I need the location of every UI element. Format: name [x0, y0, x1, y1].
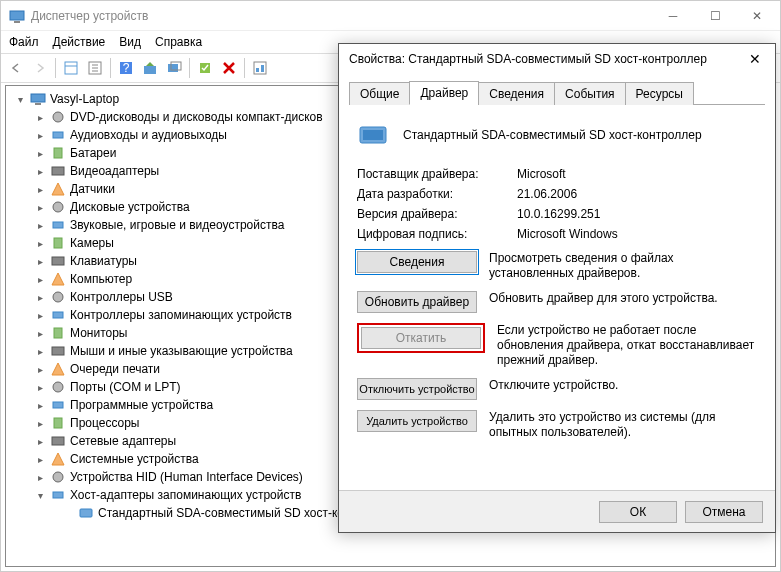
help-icon[interactable]: ? — [115, 57, 137, 79]
minimize-button[interactable]: ─ — [658, 9, 688, 23]
cancel-button[interactable]: Отмена — [685, 501, 763, 523]
expand-icon[interactable]: ▸ — [34, 202, 46, 213]
menu-help[interactable]: Справка — [155, 35, 202, 49]
tab-general[interactable]: Общие — [349, 82, 410, 105]
svg-rect-26 — [53, 222, 63, 228]
expand-icon[interactable]: ▸ — [34, 310, 46, 321]
category-icon — [50, 127, 66, 143]
expand-icon[interactable]: ▸ — [34, 328, 46, 339]
svg-rect-33 — [52, 347, 64, 355]
expand-icon[interactable]: ▸ — [34, 166, 46, 177]
expand-icon[interactable]: ▸ — [34, 274, 46, 285]
svg-rect-15 — [254, 62, 266, 74]
svg-rect-27 — [54, 238, 62, 248]
disable-device-desc: Отключите устройство. — [489, 378, 757, 393]
driver-details-desc: Просмотреть сведения о файлах установлен… — [489, 251, 757, 281]
svg-rect-1 — [14, 21, 20, 23]
svg-rect-16 — [256, 68, 259, 72]
back-button[interactable] — [5, 57, 27, 79]
tab-events[interactable]: События — [554, 82, 626, 105]
tree-item-label: Программные устройства — [70, 398, 213, 412]
dialog-tabs: Общие Драйвер Сведения События Ресурсы — [349, 80, 765, 105]
expand-icon[interactable]: ▸ — [34, 256, 46, 267]
date-value: 21.06.2006 — [517, 187, 577, 201]
category-icon — [50, 217, 66, 233]
tb-icon-6[interactable] — [194, 57, 216, 79]
menu-view[interactable]: Вид — [119, 35, 141, 49]
tb-delete-icon[interactable] — [218, 57, 240, 79]
tb-icon-5[interactable] — [163, 57, 185, 79]
disable-device-button[interactable]: Отключить устройство — [357, 378, 477, 400]
svg-point-40 — [53, 472, 63, 482]
expand-icon[interactable]: ▸ — [34, 238, 46, 249]
uninstall-device-button[interactable]: Удалить устройство — [357, 410, 477, 432]
category-icon — [50, 361, 66, 377]
expand-icon[interactable]: ▸ — [34, 220, 46, 231]
device-large-icon — [357, 119, 389, 151]
expand-icon[interactable]: ▸ — [34, 436, 46, 447]
device-icon — [78, 505, 94, 521]
update-driver-button[interactable]: Обновить драйвер — [357, 291, 477, 313]
svg-rect-2 — [65, 62, 77, 74]
expand-icon[interactable]: ▾ — [34, 490, 46, 501]
maximize-button[interactable]: ☐ — [700, 9, 730, 23]
category-icon — [50, 469, 66, 485]
menu-file[interactable]: Файл — [9, 35, 39, 49]
tb-icon-2[interactable] — [84, 57, 106, 79]
expand-icon[interactable]: ▸ — [34, 112, 46, 123]
expand-icon[interactable]: ▸ — [34, 382, 46, 393]
app-icon — [9, 8, 25, 24]
tree-item-label: Мыши и иные указывающие устройства — [70, 344, 293, 358]
forward-button[interactable] — [29, 57, 51, 79]
svg-rect-37 — [54, 418, 62, 428]
svg-rect-18 — [31, 94, 45, 102]
device-name: Стандартный SDA-совместимый SD хост-конт… — [403, 128, 702, 142]
category-icon — [50, 325, 66, 341]
tab-details[interactable]: Сведения — [478, 82, 555, 105]
expand-icon[interactable]: ▸ — [34, 472, 46, 483]
expand-icon[interactable]: ▸ — [34, 292, 46, 303]
expand-icon[interactable]: ▸ — [34, 364, 46, 375]
window-titlebar: Диспетчер устройств ─ ☐ ✕ — [1, 1, 780, 31]
category-icon — [50, 415, 66, 431]
tree-item-label: Контроллеры запоминающих устройств — [70, 308, 292, 322]
menu-action[interactable]: Действие — [53, 35, 106, 49]
svg-point-20 — [53, 112, 63, 122]
expand-icon[interactable]: ▸ — [34, 454, 46, 465]
tree-item-label: Видеоадаптеры — [70, 164, 159, 178]
svg-marker-24 — [52, 183, 64, 195]
category-icon — [50, 181, 66, 197]
driver-details-button[interactable]: Сведения — [357, 251, 477, 273]
expand-icon[interactable]: ▸ — [34, 418, 46, 429]
svg-rect-17 — [261, 65, 264, 72]
close-button[interactable]: ✕ — [742, 9, 772, 23]
window-title: Диспетчер устройств — [31, 9, 658, 23]
svg-marker-39 — [52, 453, 64, 465]
dialog-close-button[interactable]: ✕ — [745, 51, 765, 67]
rollback-driver-button[interactable]: Откатить — [361, 327, 481, 349]
tb-icon-8[interactable] — [249, 57, 271, 79]
expand-icon[interactable]: ▸ — [34, 148, 46, 159]
category-icon — [50, 235, 66, 251]
category-icon — [50, 109, 66, 125]
expand-icon[interactable]: ▸ — [34, 130, 46, 141]
expand-icon[interactable]: ▸ — [34, 184, 46, 195]
tab-driver[interactable]: Драйвер — [409, 81, 479, 105]
ok-button[interactable]: ОК — [599, 501, 677, 523]
tab-resources[interactable]: Ресурсы — [625, 82, 694, 105]
tree-item-label: Мониторы — [70, 326, 127, 340]
tb-icon-4[interactable] — [139, 57, 161, 79]
tb-icon-1[interactable] — [60, 57, 82, 79]
tree-item-label: Датчики — [70, 182, 115, 196]
version-label: Версия драйвера: — [357, 207, 517, 221]
collapse-icon[interactable]: ▾ — [14, 94, 26, 105]
category-icon — [50, 379, 66, 395]
svg-rect-42 — [80, 509, 92, 517]
svg-rect-28 — [52, 257, 64, 265]
svg-rect-36 — [53, 402, 63, 408]
tree-item-label: Сетевые адаптеры — [70, 434, 176, 448]
expand-icon[interactable]: ▸ — [34, 346, 46, 357]
svg-text:?: ? — [123, 61, 130, 75]
expand-icon[interactable]: ▸ — [34, 400, 46, 411]
update-driver-desc: Обновить драйвер для этого устройства. — [489, 291, 757, 306]
